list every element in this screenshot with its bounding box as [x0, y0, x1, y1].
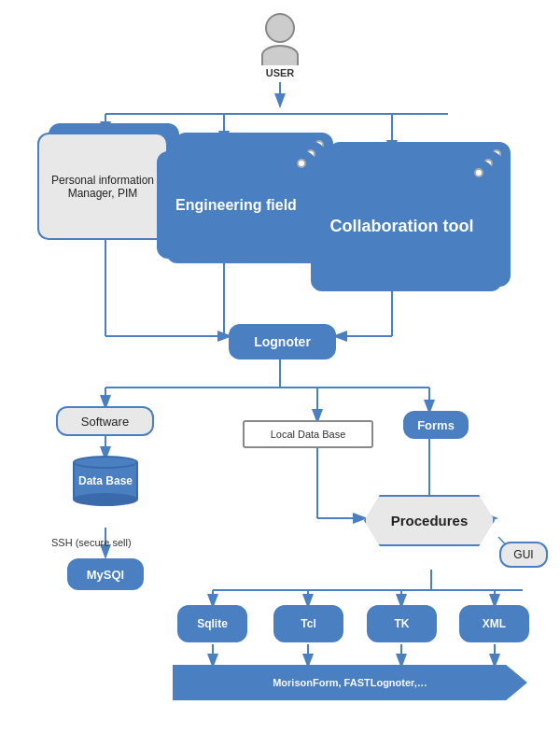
banner-label: MorisonForm, FASTLognoter,…	[273, 677, 427, 688]
procedures-label: Procedures	[391, 513, 469, 529]
localdb-label: Local Data Base	[271, 429, 346, 440]
procedures-box: Procedures	[364, 495, 495, 546]
ssh-text: SSH (secure sell)	[51, 537, 132, 548]
tcl-label: Tcl	[301, 617, 315, 630]
gui-box: GUI	[499, 542, 548, 568]
cyl-bottom	[73, 493, 138, 506]
eng-card-dot	[297, 159, 306, 168]
gui-label: GUI	[513, 548, 533, 561]
engineering-box: Engineering field	[157, 151, 315, 259]
lognoter-box: Lognoter	[229, 324, 336, 359]
banner-box: MorisonForm, FASTLognoter,…	[173, 665, 527, 700]
pim-label: Personal information Manager, PIM	[47, 174, 159, 200]
diagram: USER Personal information Manager, PIM E…	[0, 0, 560, 747]
mysql-box: MySQl	[67, 558, 144, 590]
forms-label: Forms	[417, 418, 455, 432]
database-label: Data Base	[78, 474, 133, 487]
forms-box: Forms	[403, 411, 469, 439]
database-cylinder: Data Base	[73, 456, 138, 506]
ssh-label: SSH (secure sell)	[51, 537, 132, 548]
sqlite-label: Sqlite	[197, 617, 228, 630]
xml-box: XML	[459, 605, 529, 642]
lognoter-label: Lognoter	[254, 334, 311, 349]
engineering-label: Engineering field	[175, 197, 297, 214]
software-label: Software	[81, 415, 129, 429]
user-body	[261, 45, 299, 65]
tk-label: TK	[395, 617, 410, 630]
xml-label: XML	[483, 617, 506, 630]
user-label: USER	[252, 67, 308, 78]
user-figure: USER	[252, 13, 308, 78]
sqlite-box: Sqlite	[177, 605, 247, 642]
collab-card-dot	[474, 168, 483, 177]
user-head	[265, 13, 295, 43]
tk-box: TK	[367, 605, 437, 642]
cyl-top	[73, 456, 138, 469]
collaboration-label: Collaboration tool	[330, 217, 474, 236]
tcl-box: Tcl	[273, 605, 343, 642]
collaboration-box: Collaboration tool	[311, 161, 493, 291]
localdb-box: Local Data Base	[243, 420, 373, 448]
pim-box: Personal information Manager, PIM	[37, 133, 168, 240]
mysql-label: MySQl	[87, 568, 124, 582]
software-box: Software	[56, 406, 154, 436]
